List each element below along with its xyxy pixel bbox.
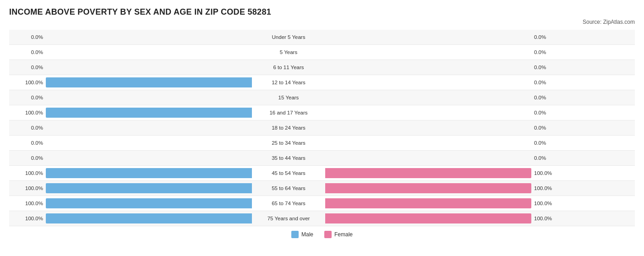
male-bar-container	[46, 108, 252, 118]
female-value-label: 0.0%	[531, 95, 568, 100]
female-value-label: 0.0%	[531, 80, 568, 85]
female-bar-container	[325, 32, 531, 42]
male-value-label: 100.0%	[9, 216, 46, 221]
age-label: 25 to 34 Years	[252, 140, 325, 146]
female-bar-container	[325, 108, 531, 118]
table-row: 0.0% 15 Years 0.0%	[9, 90, 635, 105]
male-bar-container	[46, 183, 252, 193]
chart-area: 0.0% Under 5 Years 0.0% 0.0% 5 Years 0.0…	[9, 30, 635, 226]
male-value-label: 100.0%	[9, 110, 46, 115]
male-bar	[46, 108, 252, 118]
female-bar-container	[325, 62, 531, 72]
male-bar-container	[46, 168, 252, 178]
table-row: 0.0% 6 to 11 Years 0.0%	[9, 60, 635, 75]
female-value-label: 0.0%	[531, 34, 568, 40]
age-label: 6 to 11 Years	[252, 65, 325, 70]
table-row: 0.0% 5 Years 0.0%	[9, 45, 635, 60]
male-label: Male	[301, 231, 313, 238]
male-bar-container	[46, 213, 252, 223]
female-value-label: 0.0%	[531, 65, 568, 70]
male-bar	[46, 183, 252, 193]
age-label: 16 and 17 Years	[252, 110, 325, 115]
chart-title: INCOME ABOVE POVERTY BY SEX AND AGE IN Z…	[9, 7, 635, 17]
male-value-label: 0.0%	[9, 140, 46, 146]
male-value-label: 0.0%	[9, 125, 46, 131]
male-bar	[46, 213, 252, 223]
female-value-label: 0.0%	[531, 155, 568, 161]
male-bar	[46, 198, 252, 208]
male-bar-container	[46, 138, 252, 148]
table-row: 0.0% 25 to 34 Years 0.0%	[9, 136, 635, 151]
table-row: 100.0% 12 to 14 Years 0.0%	[9, 75, 635, 90]
female-value-label: 100.0%	[531, 216, 568, 221]
age-label: 45 to 54 Years	[252, 170, 325, 176]
age-label: 5 Years	[252, 49, 325, 55]
female-value-label: 0.0%	[531, 110, 568, 115]
female-bar-container	[325, 138, 531, 148]
male-bar	[46, 77, 252, 87]
male-bar-container	[46, 62, 252, 72]
male-bar-container	[46, 153, 252, 163]
female-bar-container	[325, 168, 531, 178]
male-bar-container	[46, 198, 252, 208]
female-value-label: 0.0%	[531, 49, 568, 55]
female-label: Female	[334, 231, 353, 238]
male-value-label: 100.0%	[9, 170, 46, 176]
male-bar	[46, 168, 252, 178]
table-row: 0.0% Under 5 Years 0.0%	[9, 30, 635, 45]
legend: Male Female	[9, 231, 635, 238]
male-value-label: 0.0%	[9, 155, 46, 161]
female-value-label: 100.0%	[531, 170, 568, 176]
female-bar-container	[325, 77, 531, 87]
female-value-label: 100.0%	[531, 185, 568, 191]
male-value-label: 100.0%	[9, 80, 46, 85]
table-row: 0.0% 35 to 44 Years 0.0%	[9, 151, 635, 166]
table-row: 100.0% 16 and 17 Years 0.0%	[9, 105, 635, 120]
male-value-label: 0.0%	[9, 65, 46, 70]
female-value-label: 100.0%	[531, 201, 568, 206]
female-bar	[325, 198, 531, 208]
age-label: 15 Years	[252, 95, 325, 100]
female-bar	[325, 168, 531, 178]
age-label: 12 to 14 Years	[252, 80, 325, 85]
male-value-label: 0.0%	[9, 34, 46, 40]
table-row: 100.0% 65 to 74 Years 100.0%	[9, 196, 635, 211]
female-bar-container	[325, 198, 531, 208]
female-bar-container	[325, 47, 531, 57]
age-label: 55 to 64 Years	[252, 185, 325, 191]
male-value-label: 0.0%	[9, 49, 46, 55]
male-value-label: 100.0%	[9, 185, 46, 191]
female-bar-container	[325, 93, 531, 103]
table-row: 100.0% 45 to 54 Years 100.0%	[9, 166, 635, 181]
male-bar-container	[46, 47, 252, 57]
female-bar	[325, 213, 531, 223]
male-bar-container	[46, 123, 252, 133]
table-row: 100.0% 55 to 64 Years 100.0%	[9, 181, 635, 196]
female-value-label: 0.0%	[531, 140, 568, 146]
male-bar-container	[46, 77, 252, 87]
age-label: 18 to 24 Years	[252, 125, 325, 131]
age-label: 35 to 44 Years	[252, 155, 325, 161]
male-bar-container	[46, 93, 252, 103]
age-label: Under 5 Years	[252, 34, 325, 40]
female-bar-container	[325, 123, 531, 133]
male-value-label: 0.0%	[9, 95, 46, 100]
female-bar-container	[325, 153, 531, 163]
legend-male: Male	[291, 231, 313, 238]
table-row: 0.0% 18 to 24 Years 0.0%	[9, 120, 635, 136]
female-bar	[325, 183, 531, 193]
male-color-box	[291, 231, 299, 238]
female-bar-container	[325, 213, 531, 223]
source-label: Source: ZipAtlas.com	[9, 19, 635, 25]
female-value-label: 0.0%	[531, 125, 568, 131]
male-bar-container	[46, 32, 252, 42]
female-bar-container	[325, 183, 531, 193]
table-row: 100.0% 75 Years and over 100.0%	[9, 211, 635, 226]
legend-female: Female	[324, 231, 353, 238]
age-label: 75 Years and over	[252, 216, 325, 221]
male-value-label: 100.0%	[9, 201, 46, 206]
age-label: 65 to 74 Years	[252, 201, 325, 206]
female-color-box	[324, 231, 332, 238]
